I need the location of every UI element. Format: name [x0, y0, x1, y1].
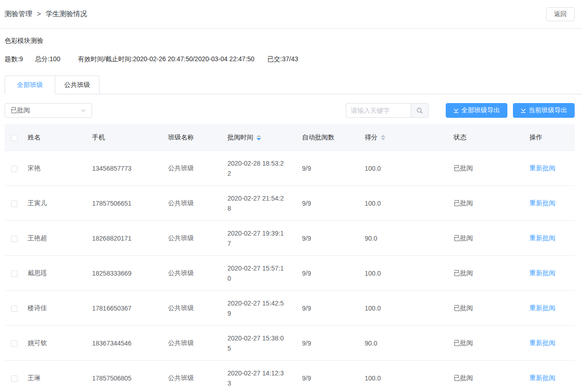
cell-auto-reviewed: 9/9 — [302, 305, 365, 312]
review-time-text: 2020-02-27 14:12:33 — [227, 368, 286, 388]
cell-auto-reviewed: 9/9 — [302, 270, 365, 277]
row-checkbox-cell — [5, 339, 28, 346]
search-input[interactable] — [346, 104, 411, 117]
rereview-link[interactable]: 重新批阅 — [530, 164, 555, 172]
rereview-link[interactable]: 重新批阅 — [530, 339, 555, 346]
cell-review-time: 2020-02-27 19:39:17 — [227, 228, 302, 248]
export-current-button[interactable]: 当前班级导出 — [513, 103, 575, 118]
cell-class: 公共班级 — [168, 234, 227, 242]
row-checkbox-cell — [5, 234, 28, 242]
cell-class: 公共班级 — [168, 339, 227, 347]
cell-review-time: 2020-02-28 18:53:22 — [227, 158, 302, 179]
cell-review-time: 2020-02-27 21:54:28 — [227, 193, 302, 213]
table-row: 楼诗佳 17816650367 公共班级 2020-02-27 15:42:59… — [5, 291, 575, 326]
rereview-link[interactable]: 重新批阅 — [530, 374, 555, 381]
row-checkbox[interactable] — [11, 236, 17, 242]
cell-name: 王琳 — [28, 374, 92, 382]
header-checkbox-cell — [5, 133, 28, 141]
column-header-class: 班级名称 — [168, 133, 227, 142]
search-button[interactable] — [411, 104, 428, 117]
breadcrumb-separator: > — [37, 10, 41, 17]
cell-auto-reviewed: 9/9 — [302, 340, 365, 347]
meta-submitted: 已交:37/43 — [268, 55, 298, 63]
cell-name: 王寅儿 — [28, 199, 92, 208]
cell-action: 重新批阅 — [530, 269, 575, 277]
tab-all-classes[interactable]: 全部班级 — [5, 75, 55, 94]
cell-action: 重新批阅 — [530, 234, 575, 242]
column-header-name: 姓名 — [28, 133, 92, 142]
cell-score: 100.0 — [365, 305, 454, 312]
table-row: 戴思瑶 18258333669 公共班级 2020-02-27 15:57:10… — [5, 256, 575, 291]
table-row: 宋艳 13456857773 公共班级 2020-02-28 18:53:22 … — [5, 151, 575, 186]
back-button[interactable]: 返回 — [546, 7, 575, 21]
row-checkbox-cell — [5, 374, 28, 381]
column-header-score-label: 得分 — [365, 133, 378, 141]
rereview-link[interactable]: 重新批阅 — [530, 199, 555, 207]
review-time-text: 2020-02-27 19:39:17 — [227, 228, 286, 248]
rereview-link[interactable]: 重新批阅 — [530, 304, 555, 311]
cell-name: 王艳超 — [28, 234, 92, 242]
cell-score: 100.0 — [365, 375, 454, 382]
export-all-button[interactable]: 全部班级导出 — [446, 103, 507, 118]
review-time-text: 2020-02-27 21:54:28 — [227, 193, 286, 213]
cell-status: 已批阅 — [454, 304, 530, 312]
cell-phone: 17857506651 — [92, 200, 168, 207]
column-header-status: 状态 — [454, 133, 530, 142]
row-checkbox[interactable] — [11, 271, 17, 277]
cell-class: 公共班级 — [168, 374, 227, 382]
rereview-link[interactable]: 重新批阅 — [530, 234, 555, 242]
sort-carets-review-time[interactable] — [256, 135, 261, 140]
sort-carets-score[interactable] — [381, 135, 385, 140]
cell-auto-reviewed: 9/9 — [302, 165, 365, 172]
breadcrumb-parent[interactable]: 测验管理 — [5, 10, 32, 17]
cell-review-time: 2020-02-27 15:57:10 — [227, 263, 302, 283]
tab-public-class[interactable]: 公共班级 — [55, 75, 99, 94]
breadcrumb: 测验管理 > 学生测验情况 — [5, 10, 87, 18]
cell-name: 姚可钦 — [28, 339, 92, 347]
chevron-down-icon — [81, 108, 86, 113]
rereview-link[interactable]: 重新批阅 — [530, 269, 555, 277]
row-checkbox-cell — [5, 164, 28, 172]
row-checkbox[interactable] — [11, 375, 17, 382]
search-group — [346, 103, 429, 118]
status-filter-select[interactable]: 已批阅 — [5, 103, 92, 118]
export-current-label: 当前班级导出 — [529, 106, 567, 115]
column-header-score[interactable]: 得分 — [365, 133, 454, 142]
row-checkbox[interactable] — [11, 201, 17, 207]
cell-class: 公共班级 — [168, 199, 227, 208]
toolbar: 已批阅 全部班级导出 当前班级导出 — [5, 103, 575, 118]
row-checkbox[interactable] — [11, 306, 17, 312]
row-checkbox-cell — [5, 199, 28, 207]
cell-name: 戴思瑶 — [28, 269, 92, 277]
table-body: 宋艳 13456857773 公共班级 2020-02-28 18:53:22 … — [5, 151, 575, 392]
cell-status: 已批阅 — [454, 269, 530, 277]
row-checkbox[interactable] — [11, 166, 17, 172]
table-row: 王琳 17857506805 公共班级 2020-02-27 14:12:33 … — [5, 361, 575, 392]
meta-time-range: 有效时间/截止时间:2020-02-26 20:47:50/2020-03-04… — [78, 55, 255, 63]
download-icon — [453, 108, 459, 114]
cell-phone: 18258333669 — [92, 270, 168, 277]
cell-phone: 18367344546 — [92, 340, 168, 347]
cell-status: 已批阅 — [454, 234, 530, 242]
table-row: 姚可钦 18367344546 公共班级 2020-02-27 15:38:05… — [5, 326, 575, 361]
cell-phone: 17816650367 — [92, 305, 168, 312]
cell-action: 重新批阅 — [530, 374, 575, 382]
column-header-phone: 手机 — [92, 133, 168, 142]
cell-review-time: 2020-02-27 15:42:59 — [227, 298, 302, 318]
column-header-action: 操作 — [530, 133, 575, 142]
select-all-checkbox[interactable] — [11, 135, 17, 141]
cell-name: 宋艳 — [28, 164, 92, 173]
download-icon — [520, 108, 526, 114]
cell-status: 已批阅 — [454, 339, 530, 347]
cell-auto-reviewed: 9/9 — [302, 235, 365, 242]
review-time-text: 2020-02-27 15:57:10 — [227, 263, 286, 283]
column-header-auto-review-count: 自动批阅数 — [302, 133, 365, 142]
column-header-review-time[interactable]: 批阅时间 — [227, 133, 302, 142]
table-row: 王寅儿 17857506651 公共班级 2020-02-27 21:54:28… — [5, 186, 575, 221]
cell-action: 重新批阅 — [530, 304, 575, 312]
row-checkbox[interactable] — [11, 340, 17, 347]
table-header-row: 姓名 手机 班级名称 批阅时间 自动批阅数 得分 状态 操作 — [5, 124, 575, 151]
status-filter-value: 已批阅 — [11, 106, 30, 115]
export-all-label: 全部班级导出 — [461, 106, 500, 115]
cell-score: 90.0 — [365, 340, 454, 347]
